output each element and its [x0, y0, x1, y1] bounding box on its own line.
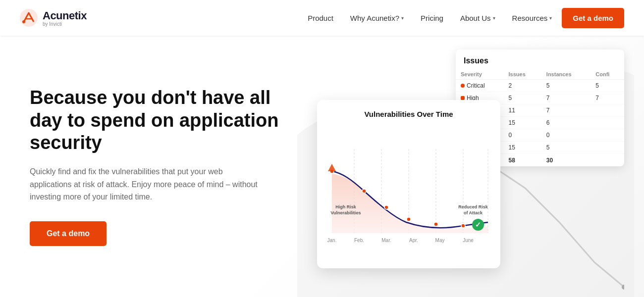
- total-issues: 58: [504, 154, 541, 167]
- svg-text:May: May: [435, 238, 445, 243]
- svg-marker-18: [328, 164, 336, 171]
- hero-left: Because you don't have all day to spend …: [30, 87, 287, 246]
- issues-card-title: Issues: [456, 50, 624, 69]
- chevron-down-icon: ▾: [493, 15, 495, 21]
- critical-badge: Critical: [461, 82, 485, 89]
- instances-cell: 5: [541, 142, 590, 154]
- confi-cell: [590, 104, 624, 117]
- high-dot: [461, 96, 465, 100]
- instances-cell: 5: [541, 80, 590, 92]
- hero-cta-button[interactable]: Get a demo: [30, 221, 107, 246]
- svg-point-14: [434, 222, 438, 226]
- svg-point-13: [407, 217, 411, 221]
- total-instances: 30: [541, 154, 590, 167]
- svg-point-1: [22, 20, 25, 23]
- logo-icon: [20, 9, 38, 27]
- nav-links: Product Why Acunetix? ▾ Pricing About Us…: [301, 8, 624, 28]
- issues-cell: 15: [504, 117, 541, 129]
- col-instances: Instances: [541, 69, 590, 80]
- svg-point-0: [20, 9, 38, 27]
- issues-cell: 15: [504, 142, 541, 154]
- svg-text:Reduced Risk: Reduced Risk: [458, 204, 488, 209]
- nav-resources[interactable]: Resources ▾: [505, 10, 559, 26]
- critical-dot: [461, 84, 465, 88]
- hero-section: Because you don't have all day to spend …: [0, 36, 644, 297]
- svg-text:High Risk: High Risk: [335, 204, 357, 209]
- navbar: Acunetix by Invicti Product Why Acunetix…: [0, 0, 644, 36]
- logo-sub: by Invicti: [43, 21, 87, 27]
- nav-cta-button[interactable]: Get a demo: [562, 8, 624, 28]
- col-confi: Confi: [590, 69, 624, 80]
- confi-cell: [590, 129, 624, 142]
- svg-text:Apr.: Apr.: [409, 238, 418, 243]
- col-severity: Severity: [456, 69, 504, 80]
- nav-about[interactable]: About Us ▾: [453, 10, 502, 26]
- bg-chart-svg: [495, 148, 624, 297]
- col-issues: Issues: [504, 69, 541, 80]
- svg-point-12: [384, 205, 388, 209]
- svg-text:Vulnerabilities: Vulnerabilities: [330, 210, 361, 215]
- svg-text:✓: ✓: [475, 221, 481, 229]
- vuln-card-title: Vulnerabilities Over Time: [327, 110, 490, 118]
- svg-point-15: [461, 224, 465, 228]
- logo[interactable]: Acunetix by Invicti: [20, 9, 87, 27]
- nav-product[interactable]: Product: [301, 10, 340, 26]
- svg-text:Feb.: Feb.: [354, 238, 364, 243]
- logo-name: Acunetix: [43, 9, 87, 22]
- issues-cell: 11: [504, 104, 541, 117]
- chevron-down-icon: ▾: [549, 15, 552, 21]
- instances-cell: 6: [541, 117, 590, 129]
- instances-cell: 7: [541, 92, 590, 104]
- vuln-chart-svg: ✓ Jan. Feb. Mar. Apr. May June High Risk…: [327, 124, 490, 268]
- issues-cell: 5: [504, 92, 541, 104]
- total-confi: [590, 154, 624, 167]
- table-row: Critical 2 5 5: [456, 80, 624, 92]
- hero-title: Because you don't have all day to spend …: [30, 87, 287, 154]
- instances-cell: 0: [541, 129, 590, 142]
- hero-description: Quickly find and fix the vulnerabilities…: [30, 165, 258, 203]
- chevron-down-icon: ▾: [401, 15, 404, 21]
- confi-cell: 5: [590, 80, 624, 92]
- confi-cell: 7: [590, 92, 624, 104]
- nav-why[interactable]: Why Acunetix? ▾: [343, 10, 411, 26]
- severity-cell: Critical: [456, 80, 504, 92]
- svg-point-11: [362, 189, 366, 193]
- instances-cell: 7: [541, 104, 590, 117]
- svg-text:Mar.: Mar.: [381, 238, 391, 243]
- hero-right: Issues Severity Issues Instances Confi: [287, 36, 624, 297]
- vuln-card: Vulnerabilities Over Time: [317, 100, 500, 268]
- issues-cell: 0: [504, 129, 541, 142]
- nav-pricing[interactable]: Pricing: [414, 10, 450, 26]
- svg-text:June: June: [463, 238, 474, 243]
- svg-text:of Attack: of Attack: [464, 210, 483, 215]
- issues-cell: 2: [504, 80, 541, 92]
- confi-cell: [590, 117, 624, 129]
- svg-text:Jan.: Jan.: [327, 238, 337, 243]
- confi-cell: [590, 142, 624, 154]
